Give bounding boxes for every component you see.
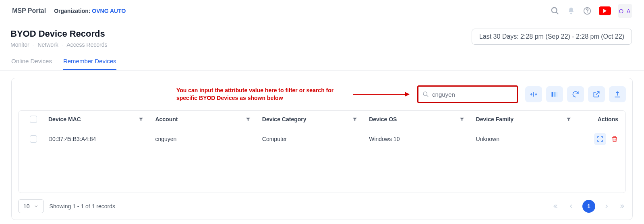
svg-point-2	[570, 13, 572, 15]
cell-device-os: Windows 10	[363, 131, 470, 147]
delete-row-button[interactable]	[609, 133, 621, 145]
resize-horizontal-icon	[530, 90, 538, 98]
tab-online-devices[interactable]: Online Devices	[11, 58, 52, 70]
columns-icon	[551, 90, 559, 98]
column-header[interactable]: Device Family	[476, 116, 514, 122]
help-icon[interactable]	[583, 6, 592, 15]
row-checkbox[interactable]	[30, 135, 37, 143]
pagination: 1	[552, 200, 626, 213]
search-icon[interactable]	[551, 6, 559, 15]
page-size-select[interactable]: 10	[18, 199, 44, 213]
table-header: Device MAC Account Device Category Devic…	[19, 111, 625, 128]
resize-columns-button[interactable]	[525, 86, 542, 102]
bell-icon[interactable]	[567, 6, 576, 15]
svg-point-4	[587, 12, 588, 13]
expand-icon	[596, 135, 604, 143]
annotation-text: You can input the attribute value here t…	[176, 87, 346, 102]
columns-button[interactable]	[546, 86, 563, 102]
breadcrumb-item[interactable]: Network	[37, 41, 58, 48]
breadcrumb-sep: -	[33, 41, 35, 48]
filter-icon[interactable]	[245, 116, 251, 122]
column-header: Actions	[598, 116, 618, 122]
svg-rect-7	[552, 92, 553, 97]
records-summary: Showing 1 - 1 of 1 records	[50, 203, 115, 209]
refresh-icon	[572, 90, 580, 98]
open-external-button[interactable]	[588, 86, 605, 102]
organization-label: Organization:	[54, 8, 90, 14]
svg-point-0	[552, 8, 557, 13]
portal-name: MSP Portal	[12, 7, 46, 15]
next-page-button[interactable]	[603, 202, 611, 210]
breadcrumb: Monitor - Network - Access Records	[10, 41, 108, 48]
breadcrumb-item[interactable]: Access Records	[66, 41, 107, 48]
avatar[interactable]: O A	[618, 4, 632, 18]
search-box[interactable]	[417, 85, 518, 103]
trash-icon	[611, 135, 618, 143]
column-header[interactable]: Account	[155, 116, 178, 122]
last-page-button[interactable]	[618, 202, 626, 210]
page-size-value: 10	[23, 203, 30, 209]
column-header[interactable]: Device MAC	[48, 116, 81, 122]
cell-account: cnguyen	[149, 131, 256, 147]
column-header[interactable]: Device OS	[369, 116, 397, 122]
page-number[interactable]: 1	[582, 200, 595, 213]
cell-device-category: Computer	[257, 131, 363, 147]
cell-device-mac: D0:37:45:B3:A4:84	[43, 131, 149, 147]
chevron-down-icon	[34, 204, 39, 209]
filter-icon[interactable]	[352, 116, 358, 122]
svg-rect-8	[554, 92, 555, 97]
column-header[interactable]: Device Category	[262, 116, 306, 122]
svg-line-1	[556, 12, 559, 15]
export-button[interactable]	[609, 86, 626, 102]
refresh-button[interactable]	[567, 86, 584, 102]
table-row: D0:37:45:B3:A4:84 cnguyen Computer Windo…	[19, 128, 625, 150]
filter-icon[interactable]	[138, 116, 144, 122]
breadcrumb-sep: -	[62, 41, 64, 48]
svg-line-6	[427, 95, 428, 97]
filter-icon[interactable]	[459, 116, 465, 122]
page-title: BYOD Device Records	[10, 29, 108, 39]
organization-name[interactable]: OVNG AUTO	[92, 8, 126, 14]
cell-device-family: Unknown	[470, 131, 577, 147]
expand-row-button[interactable]	[594, 133, 606, 145]
tab-remember-devices[interactable]: Remember Devices	[63, 58, 116, 70]
first-page-button[interactable]	[552, 202, 560, 210]
youtube-icon[interactable]	[599, 6, 611, 15]
prev-page-button[interactable]	[567, 202, 575, 210]
svg-rect-9	[556, 92, 557, 97]
breadcrumb-item[interactable]: Monitor	[10, 41, 29, 48]
upload-icon	[613, 90, 621, 98]
search-icon	[422, 91, 429, 98]
date-range-picker[interactable]: Last 30 Days: 2:28 pm (Sep 22) - 2:28 pm…	[472, 29, 632, 45]
svg-point-5	[423, 92, 427, 95]
annotation-arrow-icon	[353, 94, 409, 95]
search-input[interactable]	[432, 91, 513, 98]
filter-icon[interactable]	[566, 116, 572, 122]
external-link-icon	[592, 90, 601, 98]
select-all-checkbox[interactable]	[30, 116, 37, 123]
